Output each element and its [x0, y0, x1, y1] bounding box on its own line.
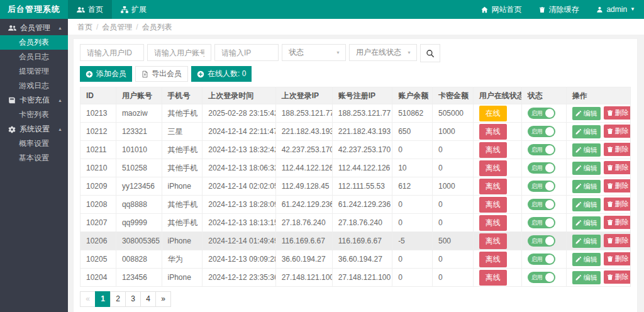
tab-home[interactable]: 首页: [68, 0, 112, 19]
chevron-up-icon: ▲: [58, 26, 62, 30]
cell-online-status: 在线: [473, 104, 521, 123]
edit-button[interactable]: 编辑: [572, 125, 601, 138]
cell-phone: 其他手机: [162, 214, 203, 232]
cell-card_amount: 1000: [433, 123, 474, 141]
delete-button[interactable]: 删除: [604, 216, 631, 229]
delete-button-label: 删除: [615, 163, 629, 172]
status-toggle[interactable]: 启用: [528, 199, 555, 210]
cell-id: 10212: [80, 123, 116, 141]
sidebar-item[interactable]: 会员日志: [0, 50, 68, 64]
delete-button[interactable]: 删除: [604, 270, 631, 284]
cell-actions: 编辑删除: [566, 177, 630, 196]
delete-button[interactable]: 删除: [604, 143, 631, 156]
add-member-label: 添加会员: [96, 69, 126, 79]
pagination-next[interactable]: »: [155, 291, 171, 307]
edit-button[interactable]: 编辑: [572, 162, 601, 175]
status-toggle[interactable]: 启用: [528, 254, 555, 265]
edit-button[interactable]: 编辑: [572, 180, 601, 193]
sidebar-item[interactable]: 提现管理: [0, 64, 68, 79]
edit-button[interactable]: 编辑: [572, 216, 601, 230]
online-status-select[interactable]: 用户在线状态 ▼: [349, 44, 417, 61]
sidebar-item[interactable]: 卡密列表: [0, 108, 68, 122]
admin-menu[interactable]: admin ▼: [587, 0, 644, 19]
status-toggle[interactable]: 启用: [528, 217, 555, 228]
online-count-label: 在线人数: 0: [208, 69, 246, 79]
delete-button[interactable]: 删除: [604, 106, 631, 120]
status-toggle[interactable]: 启用: [528, 235, 555, 247]
cell-last_login_time: 2025-02-28 23:15:42: [203, 104, 275, 123]
pagination-page-4[interactable]: 4: [140, 291, 156, 307]
sidebar-item-active[interactable]: 会员列表: [0, 35, 68, 50]
add-member-button[interactable]: 添加会员: [80, 66, 132, 82]
cell-status: 启用: [521, 232, 566, 250]
cell-actions: 编辑删除: [566, 232, 630, 250]
pagination-prev[interactable]: «: [80, 291, 96, 307]
delete-button[interactable]: 删除: [604, 252, 631, 265]
user-account-input[interactable]: [147, 44, 211, 61]
status-toggle[interactable]: 启用: [528, 126, 555, 137]
clear-cache-button[interactable]: 清除缓存: [530, 0, 587, 19]
status-toggle[interactable]: 启用: [528, 181, 555, 192]
column-header: 上次登录时间: [203, 87, 275, 104]
delete-button[interactable]: 删除: [604, 125, 631, 138]
sidebar-section[interactable]: 会员管理▲: [0, 21, 68, 35]
edit-button[interactable]: 编辑: [572, 198, 601, 211]
table-row: 10211101010其他手机2024-12-13 18:32:4242.237…: [80, 141, 631, 159]
cell-balance: 0: [392, 250, 433, 269]
cell-status: 启用: [521, 104, 566, 123]
cell-actions: 编辑删除: [566, 104, 630, 123]
trash-icon: [607, 109, 613, 116]
status-toggle-label: 启用: [528, 128, 543, 136]
trash-icon: [607, 255, 613, 262]
cell-last_login_time: 2024-12-13 18:06:32: [203, 159, 275, 177]
status-toggle[interactable]: 启用: [528, 272, 555, 283]
pagination-page-3[interactable]: 3: [125, 291, 141, 307]
search-button[interactable]: [420, 44, 440, 62]
cell-account: 123321: [116, 123, 162, 141]
breadcrumb-member-management[interactable]: 会员管理: [102, 23, 132, 31]
status-toggle[interactable]: 启用: [528, 108, 555, 119]
edit-button-label: 编辑: [584, 218, 597, 228]
status-toggle[interactable]: 启用: [528, 162, 555, 174]
pagination-page-1[interactable]: 1: [95, 291, 111, 307]
tab-extension[interactable]: 扩展: [112, 0, 155, 19]
delete-button[interactable]: 删除: [604, 161, 631, 174]
sidebar-item[interactable]: 基本设置: [0, 151, 68, 165]
cell-last_login_ip: 36.60.194.27: [275, 250, 332, 269]
cell-balance: -5: [392, 232, 433, 250]
edit-button[interactable]: 编辑: [572, 107, 601, 120]
delete-button[interactable]: 删除: [604, 198, 631, 211]
cell-card_amount: 0: [433, 250, 474, 269]
sidebar-section[interactable]: 系统设置▲: [0, 122, 68, 136]
gear-icon: [8, 126, 16, 133]
site-home-link[interactable]: 网站首页: [472, 0, 530, 19]
delete-button[interactable]: 删除: [604, 179, 631, 192]
cell-card_amount: 0: [433, 269, 474, 287]
pagination-page-2[interactable]: 2: [110, 291, 126, 307]
ip-input[interactable]: [214, 44, 279, 61]
user-id-input[interactable]: [80, 44, 144, 61]
sidebar-item[interactable]: 游戏日志: [0, 79, 68, 93]
status-select-value: 状态: [289, 47, 304, 58]
edit-button[interactable]: 编辑: [572, 143, 601, 157]
cell-last_login_ip: 42.237.253.170: [275, 141, 332, 159]
status-toggle[interactable]: 启用: [528, 144, 555, 155]
trash-icon: [539, 6, 545, 13]
edit-button[interactable]: 编辑: [572, 271, 601, 284]
edit-button[interactable]: 编辑: [572, 235, 601, 248]
cell-card_amount: 0: [433, 141, 474, 159]
edit-button[interactable]: 编辑: [572, 253, 601, 266]
status-toggle-label: 启用: [528, 201, 543, 209]
sidebar-section[interactable]: 卡密充值▲: [0, 93, 68, 108]
sidebar-section-label: 会员管理: [20, 23, 50, 33]
status-select[interactable]: 状态 ▼: [282, 44, 346, 61]
cell-balance: 510862: [392, 104, 433, 123]
breadcrumb-home[interactable]: 首页: [77, 23, 92, 31]
export-members-button[interactable]: 导出会员: [135, 66, 188, 82]
online-count-button[interactable]: 在线人数: 0: [191, 66, 252, 82]
chevron-down-icon: ▼: [630, 7, 635, 12]
cell-actions: 编辑删除: [566, 250, 630, 269]
sidebar-item[interactable]: 概率设置: [0, 136, 68, 151]
delete-button[interactable]: 删除: [604, 234, 631, 247]
cell-account: qq9999: [116, 214, 162, 232]
